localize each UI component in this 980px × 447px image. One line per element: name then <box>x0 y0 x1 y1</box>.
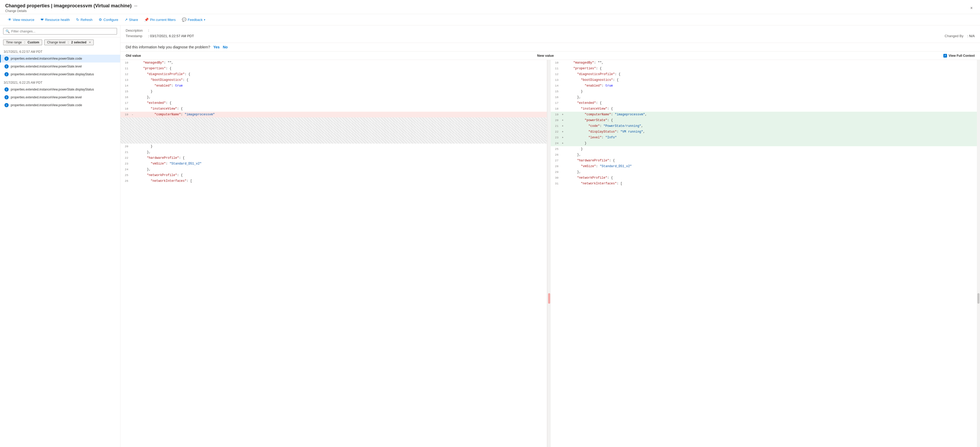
time-range-filter[interactable]: Time range : Custom <box>3 40 42 45</box>
line-number: 29 <box>551 170 561 175</box>
share-icon: ↗ <box>125 17 128 22</box>
new-scrollbar[interactable] <box>977 60 980 447</box>
line-number: 10 <box>120 60 130 65</box>
change-level-label: Change level <box>47 41 65 44</box>
line-number: 24 <box>120 167 130 172</box>
change-level-remove[interactable]: × <box>89 41 91 44</box>
page-subtitle: Change Details <box>5 9 27 13</box>
line-number: 13 <box>551 78 561 82</box>
change-item-label: properties.extended.instanceView.powerSt… <box>11 73 94 76</box>
diff-line: 18 "instanceView": { <box>551 106 977 112</box>
line-content: "extended": { <box>135 100 547 106</box>
description-value: : <box>148 29 149 32</box>
line-content: "powerState": { <box>565 118 977 123</box>
line-number: 21 <box>120 150 130 155</box>
old-value-label: Old value <box>126 54 532 57</box>
line-number: 24 <box>551 141 561 146</box>
line-content: "managedBy": "", <box>565 60 977 65</box>
line-content: "code": "PowerState/running", <box>565 124 977 129</box>
diff-line: 10 "managedBy": "", <box>551 60 977 66</box>
line-content: "managedBy": "", <box>135 60 547 65</box>
line-number: 23 <box>120 161 130 166</box>
change-item-0-1[interactable]: iproperties.extended.instanceView.powerS… <box>0 62 120 70</box>
detail-panel: Description : Timestamp : 03/17/2021, 6:… <box>120 25 980 447</box>
change-item-1-0[interactable]: iproperties.extended.instanceView.powerS… <box>0 86 120 94</box>
diff-line: 26 "networkInterfaces": [ <box>120 178 547 184</box>
line-content: "properties": { <box>135 66 547 71</box>
line-content: } <box>565 141 977 146</box>
line-content: }, <box>135 95 547 100</box>
line-content: "diagnosticsProfile": { <box>565 72 977 77</box>
change-item-1-2[interactable]: iproperties.extended.instanceView.powerS… <box>0 101 120 109</box>
diff-line: 11 "properties": { <box>551 66 977 71</box>
changed-by-label: Changed By <box>945 34 966 38</box>
line-content: }, <box>565 95 977 100</box>
line-content: "vmSize": "Standard_DS1_v2" <box>565 164 977 169</box>
change-item-1-1[interactable]: iproperties.extended.instanceView.powerS… <box>0 94 120 101</box>
line-number: 11 <box>120 66 130 71</box>
share-button[interactable]: ↗ Share <box>122 16 141 23</box>
diff-old-pane: 10 "managedBy": "",11 "properties": {12 … <box>120 60 547 447</box>
sidebar: 🔍 Time range : Custom Change level : 2 s… <box>0 25 120 447</box>
line-number: 16 <box>120 95 130 100</box>
line-content: }, <box>135 150 547 155</box>
line-content: "instanceView": { <box>135 106 547 111</box>
title-ellipsis[interactable]: ··· <box>134 4 137 8</box>
old-scrollbar[interactable] <box>547 60 551 447</box>
line-number: 11 <box>551 66 561 71</box>
change-item-0-0[interactable]: iproperties.extended.instanceView.powerS… <box>0 55 120 62</box>
line-content: }, <box>135 167 547 172</box>
refresh-button[interactable]: ↻ Refresh <box>73 16 95 23</box>
old-scrollbar-thumb[interactable] <box>548 293 550 304</box>
line-number: 18 <box>551 106 561 111</box>
change-item-label: properties.extended.instanceView.powerSt… <box>11 88 94 91</box>
line-content: "networkInterfaces": [ <box>565 181 977 186</box>
diff-line: 27 "hardwareProfile": { <box>551 158 977 163</box>
diff-line: 15 } <box>551 89 977 94</box>
timestamp-label: Timestamp <box>126 34 146 38</box>
change-item-0-2[interactable]: iproperties.extended.instanceView.powerS… <box>0 70 120 78</box>
view-full-context-checkbox[interactable] <box>943 54 947 57</box>
page-title: Changed properties | imageprocessvm (Vir… <box>5 3 132 9</box>
line-content: "displayStatus": "VM running", <box>565 129 977 135</box>
line-content: "computerName": "imageprocessvm", <box>565 112 977 117</box>
diagnose-no-button[interactable]: No <box>223 45 228 49</box>
diff-line: 19- "computerName": "imageprocessvm" <box>120 112 547 117</box>
change-level-filter[interactable]: Change level : 2 selected × <box>44 40 94 45</box>
line-number: 12 <box>120 72 130 77</box>
view-resource-button[interactable]: 👁 View resource <box>5 16 37 23</box>
close-button[interactable]: × <box>968 5 975 11</box>
line-number: 15 <box>120 89 130 94</box>
line-marker: + <box>561 118 565 123</box>
resource-health-button[interactable]: ❤ Resource health <box>38 16 73 23</box>
line-content: "computerName": "imageprocessvm" <box>135 112 547 117</box>
diff-line: 14 "enabled": true <box>551 83 977 89</box>
toolbar: 👁 View resource ❤ Resource health ↻ Refr… <box>0 14 980 25</box>
diagnose-yes-button[interactable]: Yes <box>213 45 220 49</box>
line-content: "enabled": true <box>565 83 977 89</box>
diff-line: 15 } <box>120 89 547 94</box>
line-number: 22 <box>120 155 130 161</box>
line-content: "hardwareProfile": { <box>135 155 547 161</box>
configure-icon: ⚙ <box>99 17 102 22</box>
filter-input-wrap[interactable]: 🔍 <box>3 28 117 35</box>
diff-line: 14 "enabled": true <box>120 83 547 89</box>
view-resource-icon: 👁 <box>8 17 11 22</box>
filter-input[interactable] <box>11 29 115 33</box>
new-scrollbar-thumb[interactable] <box>977 293 980 304</box>
sidebar-content: 3/17/2021, 6:22:57 AM PDTiproperties.ext… <box>0 48 120 447</box>
search-icon: 🔍 <box>5 29 10 33</box>
diff-line: 28 "vmSize": "Standard_DS1_v2" <box>551 163 977 169</box>
diff-line: 25 } <box>551 146 977 152</box>
line-number: 22 <box>551 129 561 135</box>
diff-line: 22 "hardwareProfile": { <box>120 155 547 161</box>
feedback-button[interactable]: 💬 Feedback ▾ <box>179 16 208 23</box>
change-item-label: properties.extended.instanceView.powerSt… <box>11 95 82 99</box>
line-content: } <box>135 144 547 149</box>
line-number: 25 <box>551 146 561 152</box>
configure-button[interactable]: ⚙ Configure <box>96 16 121 23</box>
line-content: "properties": { <box>565 66 977 71</box>
diff-line: 16 }, <box>120 94 547 100</box>
changed-by-value: : N/A <box>967 34 975 38</box>
pin-current-filters-button[interactable]: 📌 Pin current filters <box>142 16 178 23</box>
